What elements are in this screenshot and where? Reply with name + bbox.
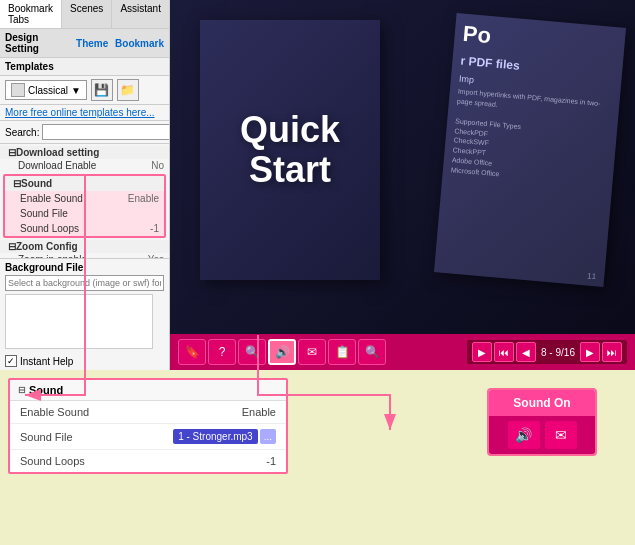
sound-settings-box: ⊟ Sound Enable Sound Enable Sound File 1… [8, 378, 288, 474]
sound-loops-val: -1 [150, 223, 159, 234]
book-page-right: Por PDF files Imp Import hyperlinks with… [434, 13, 626, 287]
template-selector: Classical ▼ 💾 📁 [0, 76, 169, 105]
bookmark-tab[interactable]: Bookmark [115, 38, 164, 49]
sound-loops-key-expanded: Sound Loops [20, 455, 266, 467]
templates-label: Templates [0, 58, 169, 76]
settings-tree: ⊟Download setting Download Enable No ⊟So… [0, 144, 169, 258]
page-nav: ▶ ⏮ ◀ 8 - 9/16 ▶ ⏭ [467, 340, 627, 364]
toolbar-search-btn[interactable]: 🔍 [358, 339, 386, 365]
preview-toolbar: 🔖 ? 🔍 🔊 ✉ 📋 🔍 ▶ ⏮ ◀ 8 - 9/16 ▶ ⏭ [170, 334, 635, 370]
template-dropdown[interactable]: Classical ▼ [5, 80, 87, 100]
page-title-right: Por PDF files [460, 22, 618, 84]
sound-on-button[interactable]: Sound On [489, 390, 595, 416]
design-setting-label: Design Setting [5, 32, 65, 54]
sound-email-btn[interactable]: ✉ [545, 421, 577, 449]
book-container: QuickStart Por PDF files Imp Import hype… [170, 0, 635, 334]
sound-loops-val-expanded: -1 [266, 455, 276, 467]
folder-template-button[interactable]: 📁 [117, 79, 139, 101]
page-body-text: Import hyperlinks with PDF, magazines in… [451, 87, 612, 188]
sound-loops-row[interactable]: Sound Loops -1 [5, 221, 164, 236]
save-template-button[interactable]: 💾 [91, 79, 113, 101]
toolbar-help-btn[interactable]: ? [208, 339, 236, 365]
sound-settings-title: Sound [29, 384, 63, 396]
sound-section-header[interactable]: ⊟Sound [5, 176, 164, 191]
template-icon [11, 83, 25, 97]
sound-highlight-section: ⊟Sound Enable Sound Enable Sound File So… [3, 174, 166, 238]
nav-first-btn[interactable]: ⏮ [494, 342, 514, 362]
sound-loops-row-expanded[interactable]: Sound Loops -1 [10, 450, 286, 472]
download-enable-key: Download Enable [15, 160, 151, 171]
tab-assistant[interactable]: Assistant [112, 0, 170, 28]
quick-start-text: QuickStart [240, 110, 340, 189]
tabs-row: Bookmark Tabs Scenes Assistant [0, 0, 169, 29]
sound-speaker-btn[interactable]: 🔊 [508, 421, 540, 449]
sound-file-row[interactable]: Sound File [5, 206, 164, 221]
tab-scenes[interactable]: Scenes [62, 0, 112, 28]
bottom-area: ⊟ Sound Enable Sound Enable Sound File 1… [0, 370, 635, 545]
theme-tab[interactable]: Theme [76, 38, 108, 49]
book-page-left: QuickStart [200, 20, 380, 280]
download-section[interactable]: ⊟Download setting [0, 146, 169, 159]
sound-enable-row-expanded[interactable]: Enable Sound Enable [10, 401, 286, 424]
download-enable-val: No [151, 160, 164, 171]
preview-content: QuickStart Por PDF files Imp Import hype… [170, 0, 635, 334]
nav-play-btn[interactable]: ▶ [472, 342, 492, 362]
download-section-label: ⊟Download setting [5, 147, 164, 158]
sound-settings-header: ⊟ Sound [10, 380, 286, 401]
zoom-section[interactable]: ⊟Zoom Config [0, 240, 169, 253]
nav-last-btn[interactable]: ⏭ [602, 342, 622, 362]
enable-sound-key: Enable Sound [20, 193, 128, 204]
sound-section-label: ⊟Sound [10, 178, 159, 189]
dropdown-arrow: ▼ [71, 85, 81, 96]
toolbar-bookmark-btn[interactable]: 🔖 [178, 339, 206, 365]
more-templates-link[interactable]: More free online templates here... [0, 105, 169, 121]
sound-file-key: Sound File [20, 208, 159, 219]
search-label: Search: [5, 127, 39, 138]
sound-enable-key-expanded: Enable Sound [20, 406, 242, 418]
download-enable-row[interactable]: Download Enable No [0, 159, 169, 172]
template-name: Classical [28, 85, 68, 96]
zoom-section-label: ⊟Zoom Config [5, 241, 164, 252]
sound-file-browse-btn[interactable]: ... [260, 429, 276, 444]
sound-file-input[interactable]: 1 - Stronger.mp3 [173, 429, 257, 444]
nav-next-btn[interactable]: ▶ [580, 342, 600, 362]
sound-file-row-expanded[interactable]: Sound File 1 - Stronger.mp3 ... [10, 424, 286, 450]
instant-help-label: Instant Help [20, 356, 73, 367]
toolbar-share-btn[interactable]: 📋 [328, 339, 356, 365]
sound-widget-icons: 🔊 ✉ [489, 416, 595, 454]
background-input-row [5, 275, 164, 291]
page-nav-label: 8 - 9/16 [538, 347, 578, 358]
email-icon: ✉ [555, 427, 567, 443]
toolbar-sound-btn[interactable]: 🔊 [268, 339, 296, 365]
nav-prev-btn[interactable]: ◀ [516, 342, 536, 362]
sound-expand-icon: ⊟ [18, 385, 26, 395]
design-setting-row: Design Setting Theme Bookmark [0, 29, 169, 58]
sound-on-widget: Sound On 🔊 ✉ [487, 388, 597, 456]
enable-sound-row[interactable]: Enable Sound Enable [5, 191, 164, 206]
enable-sound-val: Enable [128, 193, 159, 204]
background-label: Background File [5, 262, 164, 273]
instant-help-row: ✓ Instant Help [0, 352, 169, 370]
sound-enable-val-expanded: Enable [242, 406, 276, 418]
page-number: 11 [587, 271, 597, 281]
sound-file-val-expanded: 1 - Stronger.mp3 [178, 431, 252, 442]
tab-bookmark-tabs[interactable]: Bookmark Tabs [0, 0, 62, 28]
search-row: Search: ✕ [0, 121, 169, 144]
background-preview [5, 294, 153, 349]
search-input[interactable] [42, 124, 170, 140]
sound-loops-key: Sound Loops [20, 223, 150, 234]
sound-file-key-expanded: Sound File [20, 431, 173, 443]
main-preview: QuickStart Por PDF files Imp Import hype… [170, 0, 635, 370]
toolbar-email-btn[interactable]: ✉ [298, 339, 326, 365]
toolbar-zoom-btn[interactable]: 🔍 [238, 339, 266, 365]
left-panel: Bookmark Tabs Scenes Assistant Design Se… [0, 0, 170, 370]
background-input[interactable] [5, 275, 164, 291]
background-section: Background File [0, 258, 169, 352]
speaker-icon: 🔊 [515, 427, 532, 443]
instant-help-checkbox[interactable]: ✓ [5, 355, 17, 367]
